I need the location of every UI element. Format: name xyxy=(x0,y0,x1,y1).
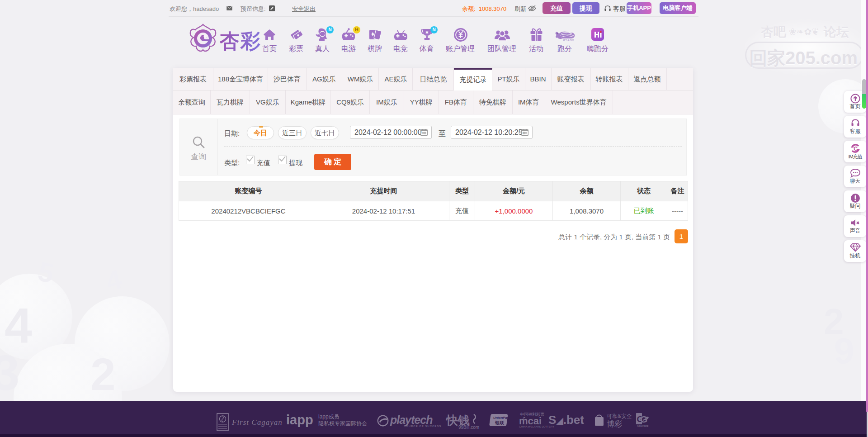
svg-text:UnionPay: UnionPay xyxy=(493,416,509,420)
svg-text:犀牛工作室: 犀牛工作室 xyxy=(563,38,574,41)
svg-text:C: C xyxy=(854,146,858,152)
svg-text:GAMCARE: GAMCARE xyxy=(637,425,649,428)
svg-text:G: G xyxy=(640,414,647,424)
svg-text:银联: 银联 xyxy=(495,420,505,425)
